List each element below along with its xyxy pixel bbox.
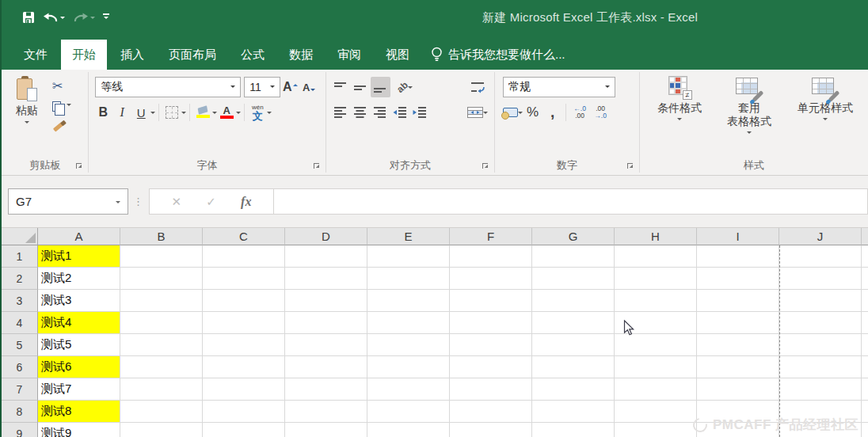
font-color-button[interactable]: A [217,102,236,123]
row-header-8[interactable]: 8 [2,401,38,423]
align-top-button[interactable] [331,77,351,97]
undo-button[interactable] [43,12,65,24]
insert-function-icon[interactable]: fx [241,195,251,209]
wrap-text-button[interactable] [468,77,488,97]
undo-dropdown-caret[interactable] [60,17,65,21]
column-header-D[interactable]: D [285,228,367,245]
cell-I3[interactable] [697,290,779,312]
cell-G9[interactable] [532,423,615,437]
font-dialog-launcher[interactable] [314,163,322,171]
cell-E4[interactable] [367,312,450,334]
cell-C9[interactable] [203,423,285,437]
cell-H8[interactable] [615,401,697,423]
cell-B6[interactable] [120,356,203,378]
clipboard-dialog-launcher[interactable] [76,163,84,171]
cell-G6[interactable] [532,356,615,378]
cell-E7[interactable] [367,378,450,401]
cell-D7[interactable] [285,378,367,401]
customize-quick-access-toolbar-button[interactable] [103,13,109,21]
cell-G7[interactable] [532,378,615,401]
cell-A8[interactable]: 测试8 [38,401,120,423]
formula-input[interactable] [274,188,868,215]
cell-C3[interactable] [203,290,285,312]
cell-E9[interactable] [367,423,450,437]
cell-B2[interactable] [120,268,203,290]
align-bottom-button[interactable] [371,77,390,97]
cell-F3[interactable] [450,290,532,312]
cell-H7[interactable] [615,378,697,401]
cell-H3[interactable] [615,290,697,312]
cell-I4[interactable] [697,312,779,334]
cell-J5[interactable] [779,334,862,356]
cell-F6[interactable] [450,356,532,378]
comma-style-button[interactable]: , [542,102,562,123]
column-header-J[interactable]: J [779,228,862,245]
number-format-combo[interactable]: 常规 [503,77,615,97]
cell-E6[interactable] [367,356,450,378]
cell-A3[interactable]: 测试3 [38,290,120,312]
cell-D8[interactable] [285,401,367,423]
cell-F7[interactable] [450,378,532,401]
font-color-caret-icon[interactable] [236,112,241,116]
name-box[interactable]: G7 [8,188,128,215]
column-header-E[interactable]: E [367,228,450,245]
enter-icon[interactable]: ✓ [206,195,216,209]
underline-caret-icon[interactable] [150,112,155,116]
column-header-F[interactable]: F [450,228,532,245]
cell-F1[interactable] [450,245,532,268]
cell-D1[interactable] [285,245,367,268]
column-header-B[interactable]: B [120,228,203,245]
cell-D6[interactable] [285,356,367,378]
cell-H6[interactable] [615,356,697,378]
align-left-button[interactable] [331,102,351,123]
cell-C5[interactable] [203,334,285,356]
tab-file[interactable]: 文件 [13,40,59,70]
cell-B4[interactable] [120,312,203,334]
cell-D4[interactable] [285,312,367,334]
cell-J1[interactable] [779,245,862,268]
tab-insert[interactable]: 插入 [109,40,155,70]
cell-F9[interactable] [450,423,532,437]
tab-view[interactable]: 视图 [375,40,421,70]
cell-H2[interactable] [615,268,697,290]
row-header-1[interactable]: 1 [2,245,38,268]
cell-E3[interactable] [367,290,450,312]
cell-F8[interactable] [450,401,532,423]
increase-indent-button[interactable] [410,102,430,123]
column-header-I[interactable]: I [697,228,779,245]
cell-A6[interactable]: 测试6 [38,356,120,378]
cell-D9[interactable] [285,423,367,437]
select-all-corner[interactable] [2,228,38,245]
row-header-7[interactable]: 7 [2,378,38,401]
cell-G4[interactable] [532,312,615,334]
borders-caret-icon[interactable] [181,112,186,116]
cell-B3[interactable] [120,290,203,312]
cell-C6[interactable] [203,356,285,378]
column-header-G[interactable]: G [532,228,615,245]
number-dialog-launcher[interactable] [627,163,635,171]
cell-B5[interactable] [120,334,203,356]
cell-H1[interactable] [615,245,697,268]
format-painter-button[interactable] [52,119,71,133]
format-as-table-button[interactable]: 套用 表格格式 [716,74,782,158]
row-header-9[interactable]: 9 [2,423,38,437]
cell-E2[interactable] [367,268,450,290]
cell-G2[interactable] [532,268,615,290]
cell-B8[interactable] [120,401,203,423]
formula-bar-grip-icon[interactable]: ⋮ [128,196,149,207]
cell-J3[interactable] [779,290,862,312]
cell-J6[interactable] [779,356,862,378]
cell-B7[interactable] [120,378,203,401]
row-header-2[interactable]: 2 [2,268,38,290]
cell-F4[interactable] [450,312,532,334]
cell-H9[interactable] [615,423,697,437]
align-right-button[interactable] [371,102,390,123]
orientation-button[interactable]: ab [395,77,415,97]
cell-J2[interactable] [779,268,862,290]
merge-center-button[interactable] [467,102,488,123]
cell-I7[interactable] [697,378,779,401]
cell-F5[interactable] [450,334,532,356]
cut-button[interactable]: ✂ [52,79,71,93]
cell-G3[interactable] [532,290,615,312]
phonetic-caret-icon[interactable] [267,112,272,116]
